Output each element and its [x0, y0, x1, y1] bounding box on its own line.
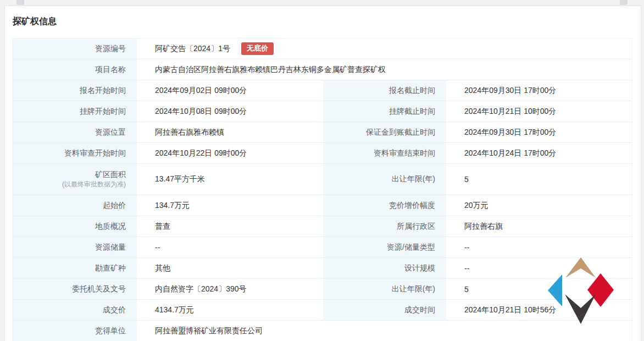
table-row: 资源编号阿矿交告〔2024〕1号无底价 [13, 38, 632, 59]
row-label: 竞得单位 [13, 321, 137, 341]
row-value-right: 2024年10月21日 10时00分 [446, 101, 632, 122]
row-value: 13.47平方千米 [137, 164, 323, 195]
row-value-right: 2024年09月30日 17时00分 [446, 80, 632, 101]
row-value: 内自然资字〔2024〕390号 [137, 279, 323, 299]
logo-left-triangle [548, 274, 562, 306]
no-reserve-price-badge: 无底价 [241, 42, 274, 55]
row-value-right: 2024年10月24日 17时00分 [446, 143, 632, 163]
logo-down-arrow [565, 294, 596, 324]
row-label-right: 出让年限(年) [323, 164, 446, 195]
table-row: 报名开始时间2024年09月02日 09时00分报名截止时间2024年09月30… [13, 80, 632, 101]
row-label-main: 矿区面积 [95, 169, 126, 180]
table-row: 资源位置阿拉善右旗雅布赖镇保证金到账截止时间2024年09月30日 17时00分 [13, 122, 632, 143]
row-label: 资源位置 [13, 122, 137, 142]
table-row: 地质概况普查所属行政区阿拉善右旗 [13, 216, 632, 237]
table-row: 委托机关及文号内自然资字〔2024〕390号出让年限(年)5 [13, 279, 632, 300]
table-row: 资源储量--资源/储量类型-- [13, 237, 632, 258]
row-label-right: 设计规模 [323, 258, 446, 278]
row-label-right: 竞价增价幅度 [323, 195, 446, 216]
row-value: -- [137, 237, 323, 257]
row-value: 2024年10月08日 09时00分 [137, 101, 323, 122]
page-title: 探矿权信息 [13, 15, 57, 28]
row-label-right: 挂牌截止时间 [323, 101, 446, 122]
row-label: 勘查矿种 [13, 258, 137, 278]
row-label-right: 所属行政区 [323, 216, 446, 237]
row-value: 134.7万元 [137, 195, 323, 216]
row-label: 地质概况 [13, 216, 137, 237]
table-row: 挂牌开始时间2024年10月08日 09时00分挂牌截止时间2024年10月21… [13, 101, 632, 122]
row-label-right: 资源/储量类型 [323, 237, 446, 257]
row-label: 报名开始时间 [13, 80, 137, 101]
row-value: 其他 [137, 258, 323, 278]
row-label: 项目名称 [13, 59, 137, 80]
row-label: 矿区面积(以最终审批数据为准) [13, 164, 137, 195]
row-label: 成交价 [13, 300, 137, 320]
k-compass-logo [548, 257, 614, 324]
row-value: 阿矿交告〔2024〕1号无底价 [137, 38, 632, 59]
row-label-right: 成交时间 [323, 300, 446, 320]
table-row: 成交价4134.7万元成交时间2024年10月21日 10时56分 [13, 300, 632, 321]
row-value-right: 阿拉善右旗 [446, 216, 632, 237]
table-row: 资料审查开始时间2024年10月22日 09时00分资料审查结束时间2024年1… [13, 143, 632, 164]
row-label-right: 资料审查结束时间 [323, 143, 446, 163]
row-value: 2024年10月22日 09时00分 [137, 143, 323, 163]
row-value-right: 2024年09月30日 17时00分 [446, 122, 632, 142]
row-label: 资料审查开始时间 [13, 143, 137, 163]
table-row: 矿区面积(以最终审批数据为准)13.47平方千米出让年限(年)5 [13, 164, 632, 195]
row-label-right: 保证金到账截止时间 [323, 122, 446, 142]
exploration-rights-table: 资源编号阿矿交告〔2024〕1号无底价项目名称内蒙古自治区阿拉善右旗雅布赖镇巴丹… [13, 38, 632, 341]
row-label: 起始价 [13, 195, 137, 216]
row-label-right: 出让年限(年) [323, 279, 446, 299]
row-value: 2024年09月02日 09时00分 [137, 80, 323, 101]
row-value: 普查 [137, 216, 323, 237]
top-notch-right [620, 0, 628, 5]
row-label-sub: (以最终审批数据为准) [62, 180, 126, 189]
row-label: 资源编号 [13, 38, 137, 59]
row-label-right: 报名截止时间 [323, 80, 446, 101]
table-row: 勘查矿种其他设计规模-- [13, 258, 632, 279]
table-row: 项目名称内蒙古自治区阿拉善右旗雅布赖镇巴丹吉林东铜多金属矿普查探矿权 [13, 59, 632, 80]
row-value-right: 20万元 [446, 195, 632, 216]
row-value: 阿拉善右旗雅布赖镇 [137, 122, 323, 142]
top-notch-left [16, 0, 24, 5]
row-label: 资源储量 [13, 237, 137, 257]
row-value: 4134.7万元 [137, 300, 323, 320]
logo-up-arrow [565, 257, 596, 278]
table-row: 竞得单位阿拉善盟博裕矿业有限责任公司 [13, 321, 632, 341]
row-value-text: 阿矿交告〔2024〕1号 [155, 44, 230, 54]
row-value-right: 5 [446, 164, 632, 195]
row-label: 挂牌开始时间 [13, 101, 137, 122]
table-row: 起始价134.7万元竞价增价幅度20万元 [13, 195, 632, 216]
row-value-right: -- [446, 237, 632, 257]
row-value: 内蒙古自治区阿拉善右旗雅布赖镇巴丹吉林东铜多金属矿普查探矿权 [137, 59, 632, 80]
row-label: 委托机关及文号 [13, 279, 137, 299]
content-card: 探矿权信息 资源编号阿矿交告〔2024〕1号无底价项目名称内蒙古自治区阿拉善右旗… [4, 6, 641, 341]
